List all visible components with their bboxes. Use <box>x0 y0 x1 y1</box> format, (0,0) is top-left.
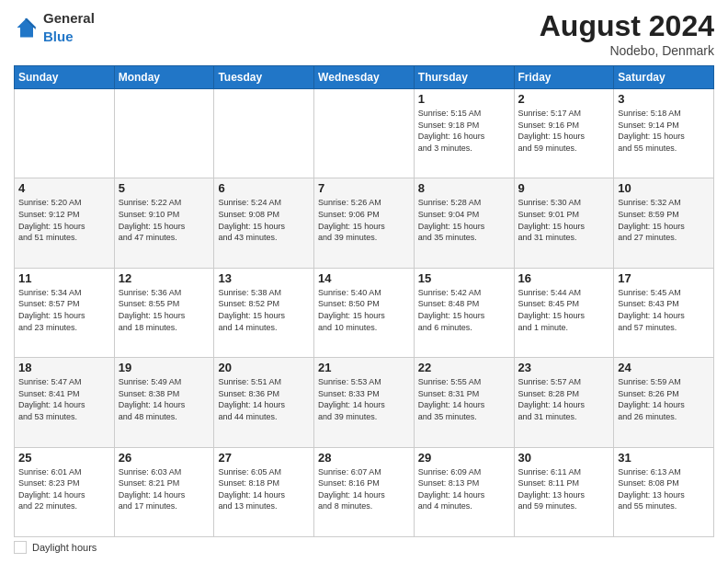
day-info: Sunrise: 5:45 AM Sunset: 8:43 PM Dayligh… <box>618 287 710 333</box>
calendar-cell: 16Sunrise: 5:44 AM Sunset: 8:45 PM Dayli… <box>514 268 614 357</box>
day-info: Sunrise: 6:11 AM Sunset: 8:11 PM Dayligh… <box>518 466 610 512</box>
calendar-cell: 8Sunrise: 5:28 AM Sunset: 9:04 PM Daylig… <box>414 178 514 268</box>
day-number: 30 <box>518 451 610 465</box>
calendar-cell: 6Sunrise: 5:24 AM Sunset: 9:08 PM Daylig… <box>214 178 314 268</box>
day-info: Sunrise: 5:42 AM Sunset: 8:48 PM Dayligh… <box>418 287 510 333</box>
calendar-weekday: Tuesday <box>214 66 314 89</box>
title-block: August 2024 Nodebo, Denmark <box>540 9 714 58</box>
day-number: 9 <box>518 181 610 195</box>
day-number: 19 <box>119 361 210 374</box>
day-number: 17 <box>618 271 710 285</box>
calendar-cell: 28Sunrise: 6:07 AM Sunset: 8:16 PM Dayli… <box>314 447 415 536</box>
calendar-cell: 27Sunrise: 6:05 AM Sunset: 8:18 PM Dayli… <box>214 447 314 536</box>
calendar-cell <box>114 89 214 178</box>
day-number: 21 <box>318 361 410 374</box>
calendar-cell: 15Sunrise: 5:42 AM Sunset: 8:48 PM Dayli… <box>414 268 514 357</box>
legend-box <box>14 541 27 554</box>
day-number: 31 <box>618 451 710 465</box>
day-number: 11 <box>18 271 110 285</box>
day-info: Sunrise: 5:49 AM Sunset: 8:38 PM Dayligh… <box>119 376 210 422</box>
day-number: 12 <box>119 271 210 285</box>
legend: Daylight hours <box>14 541 714 554</box>
calendar-cell: 7Sunrise: 5:26 AM Sunset: 9:06 PM Daylig… <box>314 178 415 268</box>
header: GeneralBlue August 2024 Nodebo, Denmark <box>14 9 714 58</box>
calendar-cell: 10Sunrise: 5:32 AM Sunset: 8:59 PM Dayli… <box>614 178 714 268</box>
day-info: Sunrise: 6:13 AM Sunset: 8:08 PM Dayligh… <box>618 466 710 512</box>
calendar-weekday: Wednesday <box>314 66 415 89</box>
day-info: Sunrise: 6:03 AM Sunset: 8:21 PM Dayligh… <box>119 466 210 512</box>
day-info: Sunrise: 5:32 AM Sunset: 8:59 PM Dayligh… <box>618 197 710 243</box>
calendar-cell: 22Sunrise: 5:55 AM Sunset: 8:31 PM Dayli… <box>414 358 514 447</box>
day-info: Sunrise: 5:24 AM Sunset: 9:08 PM Dayligh… <box>218 197 310 243</box>
day-number: 10 <box>618 181 710 195</box>
calendar-cell: 24Sunrise: 5:59 AM Sunset: 8:26 PM Dayli… <box>614 358 714 447</box>
day-number: 15 <box>418 271 510 285</box>
day-number: 13 <box>218 271 310 285</box>
logo: GeneralBlue <box>14 9 95 46</box>
day-info: Sunrise: 5:26 AM Sunset: 9:06 PM Dayligh… <box>318 197 410 243</box>
day-info: Sunrise: 5:59 AM Sunset: 8:26 PM Dayligh… <box>618 376 710 422</box>
calendar-cell: 18Sunrise: 5:47 AM Sunset: 8:41 PM Dayli… <box>15 358 115 447</box>
day-number: 23 <box>518 361 610 374</box>
day-info: Sunrise: 5:47 AM Sunset: 8:41 PM Dayligh… <box>18 376 110 422</box>
calendar-cell <box>15 89 115 178</box>
calendar-week-row: 4Sunrise: 5:20 AM Sunset: 9:12 PM Daylig… <box>15 178 714 268</box>
calendar-cell: 12Sunrise: 5:36 AM Sunset: 8:55 PM Dayli… <box>114 268 214 357</box>
day-info: Sunrise: 5:36 AM Sunset: 8:55 PM Dayligh… <box>119 287 210 333</box>
calendar-week-row: 18Sunrise: 5:47 AM Sunset: 8:41 PM Dayli… <box>15 358 714 447</box>
day-number: 16 <box>518 271 610 285</box>
calendar-week-row: 1Sunrise: 5:15 AM Sunset: 9:18 PM Daylig… <box>15 89 714 178</box>
day-number: 5 <box>119 181 210 195</box>
calendar-cell <box>314 89 415 178</box>
calendar-week-row: 11Sunrise: 5:34 AM Sunset: 8:57 PM Dayli… <box>15 268 714 357</box>
day-info: Sunrise: 5:34 AM Sunset: 8:57 PM Dayligh… <box>18 287 110 333</box>
day-number: 24 <box>618 361 710 374</box>
day-info: Sunrise: 5:18 AM Sunset: 9:14 PM Dayligh… <box>618 108 710 154</box>
day-info: Sunrise: 5:40 AM Sunset: 8:50 PM Dayligh… <box>318 287 410 333</box>
day-number: 6 <box>218 181 310 195</box>
calendar-cell: 1Sunrise: 5:15 AM Sunset: 9:18 PM Daylig… <box>414 89 514 178</box>
day-number: 20 <box>218 361 310 374</box>
calendar-cell: 26Sunrise: 6:03 AM Sunset: 8:21 PM Dayli… <box>114 447 214 536</box>
day-number: 27 <box>218 451 310 465</box>
calendar-cell: 17Sunrise: 5:45 AM Sunset: 8:43 PM Dayli… <box>614 268 714 357</box>
day-info: Sunrise: 6:09 AM Sunset: 8:13 PM Dayligh… <box>418 466 510 512</box>
logo-text: GeneralBlue <box>43 9 95 46</box>
calendar-week-row: 25Sunrise: 6:01 AM Sunset: 8:23 PM Dayli… <box>15 447 714 536</box>
calendar-cell: 31Sunrise: 6:13 AM Sunset: 8:08 PM Dayli… <box>614 447 714 536</box>
location: Nodebo, Denmark <box>540 43 714 58</box>
day-number: 2 <box>518 92 610 106</box>
svg-marker-0 <box>17 17 37 37</box>
day-info: Sunrise: 6:01 AM Sunset: 8:23 PM Dayligh… <box>18 466 110 512</box>
day-info: Sunrise: 6:07 AM Sunset: 8:16 PM Dayligh… <box>318 466 410 512</box>
day-number: 29 <box>418 451 510 465</box>
calendar-cell: 20Sunrise: 5:51 AM Sunset: 8:36 PM Dayli… <box>214 358 314 447</box>
day-number: 4 <box>18 181 110 195</box>
day-info: Sunrise: 5:55 AM Sunset: 8:31 PM Dayligh… <box>418 376 510 422</box>
calendar-cell: 13Sunrise: 5:38 AM Sunset: 8:52 PM Dayli… <box>214 268 314 357</box>
calendar-weekday: Sunday <box>15 66 115 89</box>
calendar-cell: 5Sunrise: 5:22 AM Sunset: 9:10 PM Daylig… <box>114 178 214 268</box>
day-number: 26 <box>119 451 210 465</box>
day-number: 22 <box>418 361 510 374</box>
page: GeneralBlue August 2024 Nodebo, Denmark … <box>0 0 728 563</box>
day-number: 3 <box>618 92 710 106</box>
day-info: Sunrise: 5:30 AM Sunset: 9:01 PM Dayligh… <box>518 197 610 243</box>
calendar-table: SundayMondayTuesdayWednesdayThursdayFrid… <box>14 65 714 537</box>
day-number: 7 <box>318 181 410 195</box>
day-info: Sunrise: 5:51 AM Sunset: 8:36 PM Dayligh… <box>218 376 310 422</box>
calendar-cell: 21Sunrise: 5:53 AM Sunset: 8:33 PM Dayli… <box>314 358 415 447</box>
day-info: Sunrise: 5:28 AM Sunset: 9:04 PM Dayligh… <box>418 197 510 243</box>
day-number: 18 <box>18 361 110 374</box>
calendar-cell: 3Sunrise: 5:18 AM Sunset: 9:14 PM Daylig… <box>614 89 714 178</box>
day-info: Sunrise: 5:57 AM Sunset: 8:28 PM Dayligh… <box>518 376 610 422</box>
calendar-weekday: Monday <box>114 66 214 89</box>
day-number: 1 <box>418 92 510 106</box>
day-number: 14 <box>318 271 410 285</box>
calendar-cell <box>214 89 314 178</box>
day-info: Sunrise: 5:38 AM Sunset: 8:52 PM Dayligh… <box>218 287 310 333</box>
day-info: Sunrise: 5:22 AM Sunset: 9:10 PM Dayligh… <box>119 197 210 243</box>
calendar-cell: 9Sunrise: 5:30 AM Sunset: 9:01 PM Daylig… <box>514 178 614 268</box>
calendar-cell: 2Sunrise: 5:17 AM Sunset: 9:16 PM Daylig… <box>514 89 614 178</box>
month-year: August 2024 <box>540 9 714 43</box>
